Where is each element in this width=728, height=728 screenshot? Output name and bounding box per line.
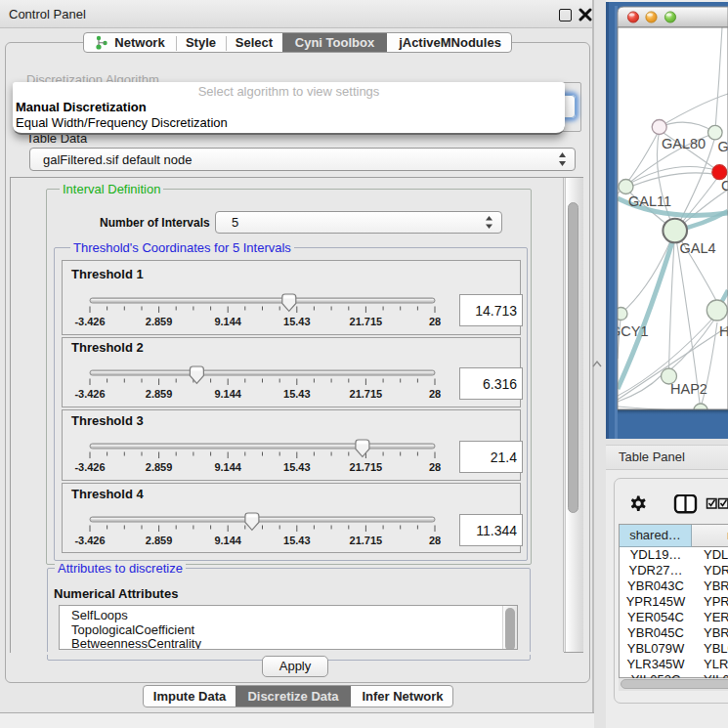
svg-text:21.715: 21.715 — [350, 461, 383, 473]
svg-text:CDC5: CDC5 — [721, 178, 728, 193]
svg-text:28: 28 — [429, 388, 441, 400]
svg-text:-3.426: -3.426 — [74, 388, 105, 400]
svg-text:28: 28 — [429, 461, 441, 473]
svg-text:2.859: 2.859 — [146, 535, 173, 546]
svg-text:15.43: 15.43 — [283, 535, 311, 546]
svg-text:2.859: 2.859 — [146, 461, 173, 473]
svg-text:GAL4: GAL4 — [680, 240, 716, 256]
svg-text:9.144: 9.144 — [214, 316, 241, 327]
svg-text:-3.426: -3.426 — [74, 535, 105, 546]
svg-text:-3.426: -3.426 — [74, 316, 105, 327]
svg-text:21.715: 21.715 — [350, 388, 383, 400]
svg-text:2.859: 2.859 — [146, 316, 173, 327]
svg-text:HAP2: HAP2 — [670, 381, 707, 397]
svg-text:GAL11: GAL11 — [628, 193, 671, 209]
svg-text:21.715: 21.715 — [350, 316, 383, 327]
svg-text:GAL80: GAL80 — [662, 136, 706, 151]
svg-text:15.43: 15.43 — [283, 316, 311, 327]
svg-text:9.144: 9.144 — [214, 388, 241, 400]
svg-text:21.715: 21.715 — [350, 535, 383, 546]
svg-text:9.144: 9.144 — [214, 535, 241, 546]
svg-text:GAL3: GAL3 — [718, 139, 728, 154]
svg-text:2.859: 2.859 — [146, 388, 173, 400]
svg-text:15.43: 15.43 — [283, 388, 311, 400]
svg-text:-3.426: -3.426 — [74, 461, 105, 473]
svg-text:28: 28 — [429, 316, 441, 327]
svg-text:15.43: 15.43 — [283, 461, 311, 473]
svg-text:28: 28 — [429, 535, 441, 546]
svg-text:9.144: 9.144 — [214, 461, 241, 473]
svg-text:HIS4: HIS4 — [719, 323, 728, 339]
